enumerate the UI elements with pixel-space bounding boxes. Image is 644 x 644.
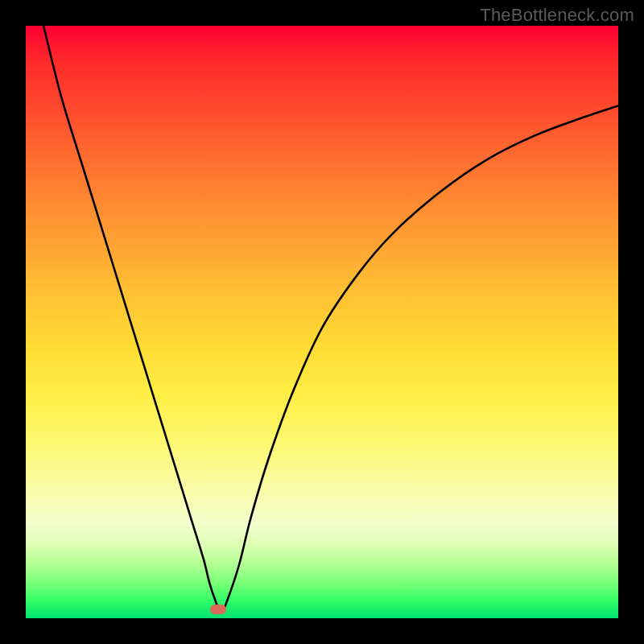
plot-area (26, 26, 618, 618)
bottleneck-curve-path (43, 26, 618, 613)
curve-svg (26, 26, 618, 618)
chart-container: TheBottleneck.com (0, 0, 644, 644)
minimum-marker (210, 605, 226, 614)
watermark-text: TheBottleneck.com (480, 5, 634, 26)
